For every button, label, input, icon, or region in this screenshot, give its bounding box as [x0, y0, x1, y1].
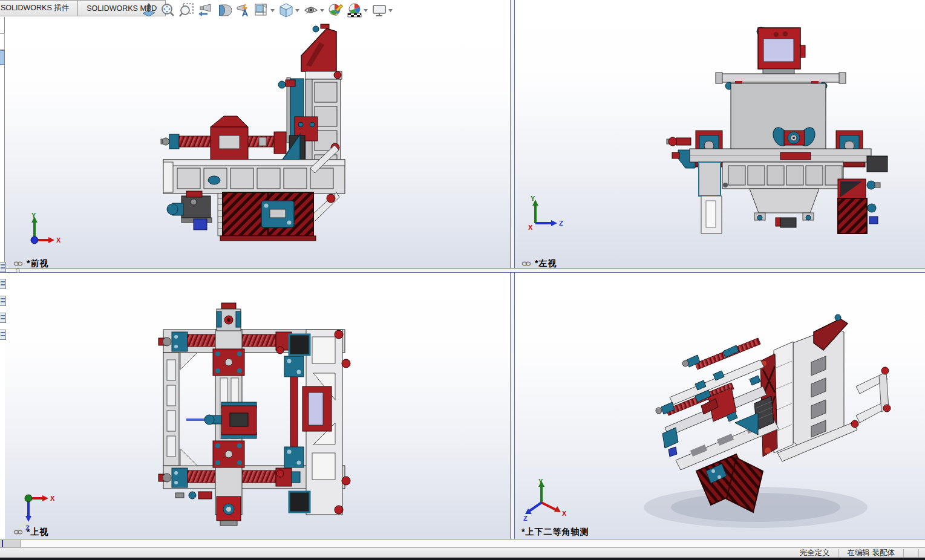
left-axis-triad: Y Z X [523, 195, 566, 237]
status-empty-cell [904, 548, 918, 558]
left-panel-stub[interactable] [0, 33, 5, 50]
display-style-icon [278, 2, 294, 18]
tab-solidworks-addins[interactable]: SOLIDWORKS 插件 [0, 0, 78, 16]
svg-text:X: X [56, 236, 61, 244]
status-fully-defined: 完全定义 [791, 548, 838, 558]
hide-show-items-dropdown[interactable] [319, 2, 325, 18]
svg-text:Z: Z [559, 220, 563, 227]
svg-text:Y: Y [31, 212, 36, 219]
horizontal-splitter[interactable] [0, 268, 925, 273]
view-orientation-icon [253, 2, 269, 18]
status-empty-cell [919, 548, 925, 558]
splitter-grip[interactable] [16, 269, 20, 273]
left-panel-tab-selected[interactable] [0, 50, 5, 65]
window-bottom-edge [0, 558, 925, 560]
zoom-to-area-button[interactable] [178, 2, 195, 19]
view-orientation-button[interactable] [253, 2, 276, 19]
top-view-model [5, 272, 510, 539]
previous-view-button[interactable] [197, 2, 214, 19]
left-tree-icon[interactable] [0, 279, 6, 289]
view-label-top: *上视 [13, 527, 48, 538]
view-settings-icon [371, 2, 387, 18]
hide-show-items-button[interactable] [302, 2, 325, 19]
svg-text:Y: Y [531, 195, 535, 202]
viewport-left[interactable]: Y Z X *左视 [514, 0, 925, 268]
section-view-icon [216, 2, 232, 18]
left-view-model [514, 0, 925, 268]
display-style-button[interactable] [278, 2, 301, 19]
apply-scene-dropdown[interactable] [363, 2, 368, 18]
svg-text:Z: Z [523, 515, 528, 521]
apply-scene-icon [347, 2, 362, 18]
normal-to-icon [141, 2, 157, 18]
zoom-to-fit-icon [160, 2, 175, 18]
previous-view-icon [197, 2, 213, 18]
left-tree-icon[interactable] [0, 313, 6, 323]
edit-appearance-icon [328, 2, 344, 18]
linked-views-icon [13, 529, 23, 535]
left-tree-icon[interactable] [0, 262, 6, 272]
view-settings-dropdown[interactable] [388, 2, 393, 18]
viewport-isometric[interactable]: Y X Z *上下二等角轴测 [514, 272, 925, 547]
left-tree-icon[interactable] [0, 296, 6, 306]
svg-text:X: X [528, 224, 533, 231]
svg-text:X: X [50, 495, 55, 502]
hide-show-items-icon [303, 2, 319, 18]
isometric-view-model [514, 272, 925, 547]
svg-text:Y: Y [538, 478, 543, 485]
dynamic-annotation-views-icon [235, 2, 250, 18]
viewport-bottom-strip [0, 539, 925, 548]
linked-views-icon [521, 261, 531, 267]
status-bar: 完全定义 在编辑 装配体 [0, 547, 925, 558]
zoom-to-fit-button[interactable] [159, 2, 176, 19]
iso-axis-triad: Y X Z [522, 477, 570, 521]
viewport-top[interactable]: X Z *上视 [5, 272, 510, 539]
apply-scene-button[interactable] [346, 2, 369, 19]
svg-text:X: X [562, 510, 567, 517]
status-editing-assembly: 在编辑 装配体 [839, 548, 903, 558]
dynamic-annotation-views-button[interactable] [234, 2, 251, 19]
view-orientation-dropdown[interactable] [270, 2, 275, 18]
view-label-isometric: *上下二等角轴测 [521, 527, 589, 538]
linked-views-icon [13, 261, 23, 267]
pane-scroll-corner[interactable] [0, 540, 21, 547]
view-settings-button[interactable] [371, 2, 394, 19]
viewport-front[interactable]: Y X *前视 [5, 17, 510, 268]
heads-up-toolbar [140, 1, 394, 19]
edit-appearance-button[interactable] [327, 2, 344, 19]
left-tree-icon[interactable] [0, 330, 6, 340]
front-view-model [5, 17, 510, 268]
zoom-to-area-icon [178, 2, 194, 18]
display-style-dropdown[interactable] [295, 2, 300, 18]
section-view-button[interactable] [215, 2, 232, 19]
front-axis-triad: Y X [23, 212, 63, 254]
normal-to-button[interactable] [140, 2, 157, 19]
